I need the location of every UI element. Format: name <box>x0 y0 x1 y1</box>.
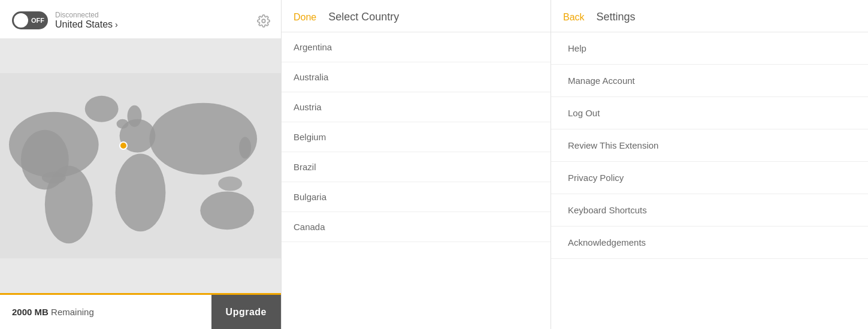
svg-point-12 <box>239 137 251 159</box>
location-pin <box>119 141 128 150</box>
world-map-container <box>0 38 281 293</box>
country-item-belgium[interactable]: Belgium <box>282 122 551 152</box>
svg-point-10 <box>117 119 129 129</box>
svg-point-4 <box>85 96 119 122</box>
svg-point-0 <box>262 19 265 23</box>
settings-title: Settings <box>597 11 636 23</box>
country-item-australia[interactable]: Australia <box>282 62 551 92</box>
chevron-right-icon: › <box>115 20 118 29</box>
middle-panel: Done Select Country Argentina Australia … <box>282 0 551 329</box>
back-link[interactable]: Back <box>563 12 585 23</box>
svg-point-13 <box>218 176 242 191</box>
settings-list: Help Manage Account Log Out Review This … <box>551 32 868 329</box>
country-panel-header: Done Select Country <box>282 0 551 32</box>
left-header: OFF Disconnected United States › <box>0 0 281 38</box>
settings-item-review-extension[interactable]: Review This Extension <box>551 129 868 162</box>
svg-point-11 <box>128 105 142 127</box>
settings-gear-icon[interactable] <box>257 14 269 26</box>
settings-item-manage-account[interactable]: Manage Account <box>551 65 868 97</box>
connection-info: Disconnected United States › <box>55 11 118 30</box>
settings-item-keyboard-shortcuts[interactable]: Keyboard Shortcuts <box>551 194 868 227</box>
selected-country-display[interactable]: United States › <box>55 19 118 30</box>
world-map-svg <box>0 38 281 293</box>
remaining-text: 2000 MB Remaining <box>0 307 106 317</box>
remaining-label: Remaining <box>51 307 94 317</box>
remaining-mb: 2000 MB <box>12 307 49 317</box>
select-country-title: Select Country <box>328 11 399 23</box>
bottom-bar: 2000 MB Remaining Upgrade <box>0 293 281 329</box>
svg-point-14 <box>42 171 66 183</box>
svg-point-8 <box>149 103 257 175</box>
settings-item-log-out[interactable]: Log Out <box>551 97 868 129</box>
settings-item-help[interactable]: Help <box>551 32 868 65</box>
left-panel: OFF Disconnected United States › <box>0 0 282 329</box>
toggle-area: OFF Disconnected United States › <box>12 11 118 30</box>
disconnected-status: Disconnected <box>55 11 118 19</box>
country-item-brazil[interactable]: Brazil <box>282 152 551 182</box>
country-item-argentina[interactable]: Argentina <box>282 32 551 62</box>
country-item-bulgaria[interactable]: Bulgaria <box>282 182 551 212</box>
country-item-canada[interactable]: Canada <box>282 212 551 242</box>
settings-item-acknowledgements[interactable]: Acknowledgements <box>551 227 868 259</box>
svg-point-7 <box>116 154 166 232</box>
upgrade-button[interactable]: Upgrade <box>211 295 281 329</box>
settings-panel-header: Back Settings <box>551 0 868 32</box>
svg-point-9 <box>200 191 254 230</box>
settings-item-privacy-policy[interactable]: Privacy Policy <box>551 162 868 194</box>
done-link[interactable]: Done <box>294 12 316 23</box>
country-item-austria[interactable]: Austria <box>282 92 551 122</box>
vpn-toggle[interactable]: OFF <box>12 11 48 29</box>
toggle-knob <box>14 13 28 28</box>
toggle-label: OFF <box>31 17 44 24</box>
country-name: United States <box>55 19 113 30</box>
right-panel: Back Settings Help Manage Account Log Ou… <box>551 0 868 329</box>
country-list: Argentina Australia Austria Belgium Braz… <box>282 32 551 329</box>
